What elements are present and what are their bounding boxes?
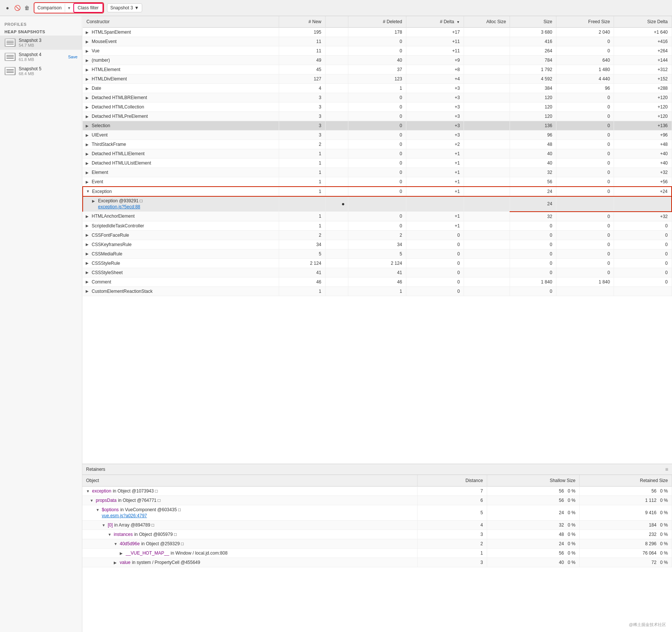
expand-icon[interactable]: ▶ (86, 142, 90, 147)
retainer-row[interactable]: ▶ value in system / PropertyCell @455649… (82, 558, 672, 567)
expand-icon[interactable]: ▶ (86, 261, 90, 265)
expand-icon[interactable]: ▼ (90, 498, 94, 503)
retainer-row[interactable]: ▼ instances in Object @805979 □ 3 48 0 %… (82, 530, 672, 539)
table-row[interactable]: ▶HTMLDivElement 127123+44 5924 440+152 (83, 74, 672, 84)
table-row[interactable]: ▶MouseEvent 110+114160+416 (83, 37, 672, 46)
vue-esm-link[interactable]: vue.esm.js?a026:4797 (102, 513, 147, 518)
delete-icon[interactable]: 🗑 (23, 4, 31, 12)
table-row[interactable]: ▶CSSMediaRule 550000 (83, 249, 672, 258)
snapshot-item-3[interactable]: Snapshot 3 54.7 MB (0, 36, 82, 50)
expand-icon[interactable]: ▶ (86, 224, 90, 228)
expand-icon[interactable]: ▶ (92, 199, 97, 203)
retainers-col-distance[interactable]: Distance (418, 475, 487, 487)
expand-icon[interactable]: ▶ (86, 58, 90, 62)
stop-icon[interactable]: 🚫 (13, 4, 21, 12)
table-row[interactable]: ▶Selection 30+31360+136 (83, 121, 672, 131)
snapshot-item-5[interactable]: Snapshot 5 68.4 MB (0, 64, 82, 78)
table-row[interactable]: ▶HTMLSpanElement 195178+173 6802 040+1 6… (83, 28, 672, 37)
expand-icon[interactable]: ▶ (86, 114, 90, 119)
table-row[interactable]: ▶Detached HTMLLIElement 10+1400+40 (83, 149, 672, 159)
col-freed[interactable]: Freed Size (556, 16, 614, 28)
expand-icon[interactable]: ▶ (86, 252, 90, 256)
exception-row[interactable]: ▼Exception 1 0 +1 24 0 +24 (83, 187, 672, 196)
table-row[interactable]: ▶CustomElementReactionStack 1100 (83, 286, 672, 296)
retainer-row[interactable]: ▼ 40d5d96e in Object @259329 □ 2 24 0 % … (82, 539, 672, 549)
expand-icon[interactable]: ▶ (86, 124, 90, 128)
close-icon[interactable]: ● (4, 4, 11, 12)
table-row[interactable]: ▶CSSKeyframesRule 34340000 (83, 240, 672, 249)
retainer-row[interactable]: ▼ exception in Object @1073943 □ 7 56 0 … (82, 487, 672, 496)
retainers-col-retained[interactable]: Retained Size (579, 475, 672, 487)
col-constructor[interactable]: Constructor (83, 16, 279, 28)
expand-icon[interactable]: ▶ (120, 551, 124, 555)
snapshot-4-save-button[interactable]: Save (68, 55, 77, 59)
expand-icon[interactable]: ▼ (86, 489, 91, 493)
col-new[interactable]: # New (279, 16, 325, 28)
table-row[interactable]: ▶Detached HTMLPreElement 30+31200+120 (83, 112, 672, 121)
table-row[interactable]: ▶CSSStyleRule 2 1242 1240000 (83, 258, 672, 268)
expand-icon[interactable]: ▶ (86, 68, 90, 72)
table-row[interactable]: ▶Detached HTMLUListElement 10+1400+40 (83, 159, 672, 168)
table-row[interactable]: ▶Comment 464601 8401 8400 (83, 277, 672, 286)
table-row[interactable]: ▶Detached HTMLBRElement 30+31200+120 (83, 93, 672, 102)
expand-icon[interactable]: ▶ (86, 171, 90, 175)
toolbar: ● 🚫 🗑 Comparison ▼ Class filter Snapshot… (0, 0, 672, 16)
snapshot-selector[interactable]: Snapshot 3 ▼ (107, 3, 143, 12)
retainers-col-shallow[interactable]: Shallow Size (487, 475, 579, 487)
table-row[interactable]: ▶ScriptedIdleTaskController 10+1000 (83, 221, 672, 230)
expand-icon[interactable]: ▶ (86, 289, 90, 293)
expand-icon[interactable]: ▼ (86, 189, 91, 193)
comparison-label: Comparison (34, 4, 65, 12)
retainer-row[interactable]: ▶ __VUE_HOT_MAP__ in Window / local.jd.c… (82, 549, 672, 558)
exception-link[interactable]: exception.js?5ecd:88 (98, 204, 140, 209)
exception-child-row[interactable]: ▶ Exception @939291 □ exception.js?5ecd:… (83, 196, 672, 212)
table-row[interactable]: ▶UIEvent 30+3960+96 (83, 131, 672, 140)
expand-icon[interactable]: ▶ (86, 280, 90, 284)
expand-icon[interactable]: ▶ (86, 86, 90, 90)
retainers-col-object[interactable]: Object (82, 475, 418, 487)
retainer-row[interactable]: ▼ propsData in Object @764771 □ 6 56 0 %… (82, 496, 672, 505)
snapshot-4-size: 61.8 MB (19, 57, 65, 62)
table-row[interactable]: ▶HTMLElement 4537+81 7921 480+312 (83, 65, 672, 74)
expand-icon[interactable]: ▼ (114, 542, 118, 546)
table-row[interactable]: ▶CSSFontFaceRule 220000 (83, 230, 672, 240)
expand-icon[interactable]: ▶ (86, 161, 90, 165)
expand-icon[interactable]: ▶ (86, 270, 90, 274)
table-row[interactable]: ▶Event 10+1560+56 (83, 177, 672, 187)
expand-icon[interactable]: ▶ (86, 30, 90, 34)
expand-icon[interactable]: ▶ (114, 561, 118, 565)
expand-icon[interactable]: ▼ (102, 523, 106, 527)
expand-icon[interactable]: ▶ (86, 40, 90, 44)
table-row[interactable]: ▶HTMLAnchorElement 10+1320+32 (83, 212, 672, 221)
expand-icon[interactable]: ▶ (86, 180, 90, 184)
table-row[interactable]: ▶Date 41+338496+288 (83, 84, 672, 93)
retainer-row[interactable]: ▼ $options in VueComponent @603435 □ vue… (82, 505, 672, 521)
table-row[interactable]: ▶(number) 4940+9784640+144 (83, 56, 672, 65)
table-row[interactable]: ▶Vue 110+112640+264 (83, 46, 672, 56)
expand-icon[interactable]: ▶ (86, 242, 90, 246)
expand-icon[interactable]: ▶ (86, 152, 90, 156)
expand-icon[interactable]: ▼ (108, 533, 112, 537)
expand-icon[interactable]: ▶ (86, 133, 90, 137)
expand-icon[interactable]: ▶ (86, 233, 90, 237)
col-size-delta[interactable]: Size Delta (614, 16, 672, 28)
table-row[interactable]: ▶ThirdStackFrame 20+2480+48 (83, 140, 672, 149)
table-row[interactable]: ▶CSSStyleSheet 41410000 (83, 268, 672, 277)
expand-icon[interactable]: ▶ (86, 96, 90, 100)
comparison-button[interactable]: Comparison ▼ (34, 4, 73, 12)
expand-icon[interactable]: ▶ (86, 77, 90, 81)
expand-icon[interactable]: ▶ (86, 214, 90, 218)
col-alloc[interactable]: Alloc Size (464, 16, 510, 28)
col-delta[interactable]: # Delta ▼ (406, 16, 464, 28)
retainer-row[interactable]: ▼ [0] in Array @894789 □ 4 32 0 % 184 0 … (82, 521, 672, 530)
table-row[interactable]: ▶Element 10+1320+32 (83, 168, 672, 177)
table-row[interactable]: ▶Detached HTMLCollection 30+31200+120 (83, 102, 672, 112)
class-filter-button[interactable]: Class filter (73, 3, 103, 13)
col-deleted[interactable]: # Deleted (348, 16, 406, 28)
col-size[interactable]: Size (510, 16, 556, 28)
expand-icon[interactable]: ▼ (96, 508, 100, 512)
toolbar-icons: ● 🚫 🗑 (4, 4, 31, 12)
snapshot-item-4[interactable]: Snapshot 4 61.8 MB Save (0, 50, 82, 64)
expand-icon[interactable]: ▶ (86, 49, 90, 53)
expand-icon[interactable]: ▶ (86, 105, 90, 109)
